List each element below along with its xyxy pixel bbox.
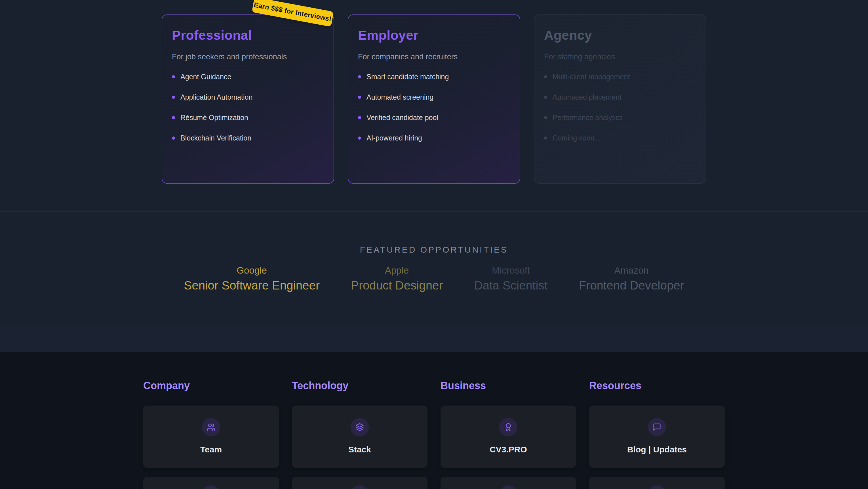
footer-card-cv3pro[interactable]: CV3.PRO [440,406,576,468]
plan-title: Employer [358,28,510,43]
bullet-dot [172,116,175,119]
plan-feature: Coming soon... [544,134,696,142]
bullet-dot [172,75,175,78]
plan-card-agency: Agency For staffing agencies Multi-clien… [534,15,706,183]
footer-heading: Business [440,380,576,392]
footer-heading: Company [143,380,279,392]
divider-strip [0,325,868,352]
footer-card-label: Team [200,445,222,454]
footer-heading: Technology [292,380,428,392]
footer-card-partial[interactable] [440,477,576,489]
message-icon [648,418,666,436]
job-listing-microsoft[interactable]: Microsoft Data Scientist [474,265,548,292]
earn-badge: Earn $$$ for Interviews! [252,0,334,27]
bullet-dot [358,116,361,119]
plan-feature-label: Agent Guidance [180,73,231,81]
plan-feature-label: Performance analytics [553,114,623,122]
bullet-dot [544,137,547,140]
footer-card-blog[interactable]: Blog | Updates [589,406,725,468]
plan-subtitle: For staffing agencies [544,53,696,61]
bullet-dot [544,116,547,119]
plan-title: Agency [544,28,696,43]
footer-card-label: CV3.PRO [490,445,527,454]
footer-card-partial[interactable] [143,477,279,489]
job-company: Apple [351,265,443,276]
plan-feature: Multi-client management [544,73,696,81]
bullet-dot [358,75,361,78]
footer-card-stack[interactable]: Stack [292,406,428,468]
job-company: Microsoft [474,265,548,276]
bullet-dot [172,96,175,99]
plan-feature-list: Agent Guidance Application Automation Ré… [172,73,324,142]
job-listing-google[interactable]: Google Senior Software Engineer [184,265,320,292]
plan-feature-label: Automated placement [553,93,621,101]
plan-feature-label: Verified candidate pool [367,114,438,122]
plan-feature: Blockchain Verification [172,134,324,142]
plan-feature: Application Automation [172,93,324,101]
job-listing-apple[interactable]: Apple Product Designer [351,265,443,292]
plan-feature: Résumé Optimization [172,114,324,121]
plan-feature-label: Résumé Optimization [180,114,248,122]
plans-section: Earn $$$ for Interviews! Professional Fo… [0,0,868,212]
plan-feature-label: Smart candidate matching [367,73,449,81]
plan-subtitle: For companies and recruiters [358,53,510,61]
footer-card-icon [648,485,666,489]
plan-feature-label: AI-powered hiring [367,134,422,142]
job-company: Amazon [579,265,684,276]
bullet-dot [544,75,547,78]
layers-icon [351,418,369,436]
plan-feature: Automated screening [358,93,510,101]
plan-feature: Automated placement [544,93,696,101]
plans-row: Earn $$$ for Interviews! Professional Fo… [0,0,868,183]
footer-card-team[interactable]: Team [143,406,279,468]
plan-subtitle: For job seekers and professionals [172,53,324,61]
bullet-dot [358,137,361,140]
plan-feature: AI-powered hiring [358,134,510,142]
plan-feature-label: Blockchain Verification [180,134,251,142]
footer-card-label: Blog | Updates [627,445,687,454]
footer: Company Team Technology Stack [0,352,868,489]
job-role: Senior Software Engineer [184,279,320,292]
footer-card-partial[interactable] [292,477,428,489]
award-icon [499,418,517,436]
footer-card-icon [202,485,220,489]
plan-feature: Smart candidate matching [358,73,510,81]
footer-column-company: Company Team [143,380,279,489]
plan-title: Professional [172,28,324,43]
footer-card-icon [351,485,369,489]
plan-card-employer[interactable]: Employer For companies and recruiters Sm… [348,15,520,183]
featured-opportunities-section: FEATURED OPPORTUNITIES Google Senior Sof… [0,212,868,325]
users-icon [202,418,220,436]
plan-feature-list: Smart candidate matching Automated scree… [358,73,510,142]
job-listing-amazon[interactable]: Amazon Frontend Developer [579,265,684,292]
plan-feature: Agent Guidance [172,73,324,81]
footer-heading: Resources [589,380,725,392]
bullet-dot [358,96,361,99]
bullet-dot [544,96,547,99]
plan-feature-label: Multi-client management [553,73,630,81]
pricing-page: Earn $$$ for Interviews! Professional Fo… [0,0,868,489]
job-role: Product Designer [351,279,443,292]
plan-card-professional[interactable]: Earn $$$ for Interviews! Professional Fo… [162,15,334,183]
job-role: Data Scientist [474,279,548,292]
plan-feature-label: Coming soon... [553,134,600,142]
footer-grid: Company Team Technology Stack [143,380,725,489]
jobs-carousel: Google Senior Software Engineer Apple Pr… [0,265,868,292]
plan-feature-label: Application Automation [180,93,252,101]
plan-feature: Verified candidate pool [358,114,510,121]
job-company: Google [184,265,320,276]
footer-card-icon [499,485,517,489]
footer-card-partial[interactable] [589,477,725,489]
footer-card-label: Stack [348,445,371,454]
footer-column-business: Business CV3.PRO [440,380,576,489]
plan-feature: Performance analytics [544,114,696,121]
footer-column-technology: Technology Stack [292,380,428,489]
plan-feature-label: Automated screening [367,93,433,101]
featured-title: FEATURED OPPORTUNITIES [0,212,868,255]
footer-column-resources: Resources Blog | Updates [589,380,725,489]
plan-feature-list: Multi-client management Automated placem… [544,73,696,142]
job-role: Frontend Developer [579,279,684,292]
bullet-dot [172,137,175,140]
